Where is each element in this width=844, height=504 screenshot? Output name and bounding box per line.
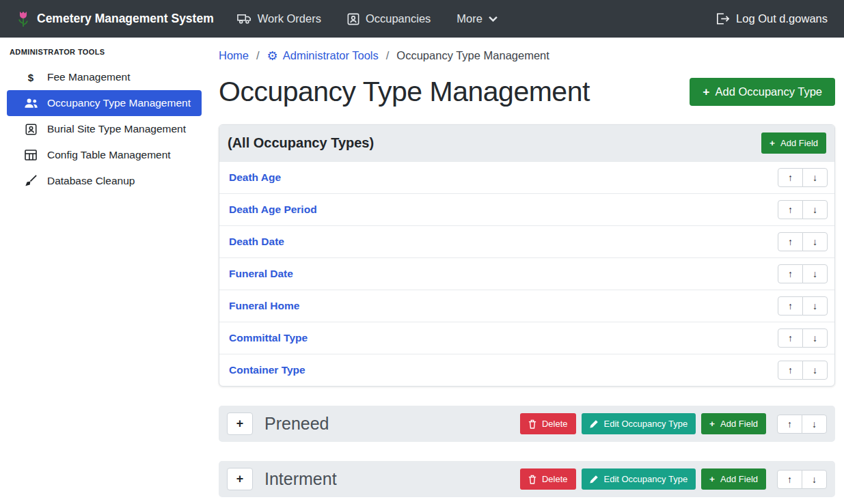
chevron-down-icon bbox=[489, 16, 498, 22]
move-down-button[interactable]: ↓ bbox=[802, 470, 827, 489]
move-down-button[interactable]: ↓ bbox=[802, 264, 828, 283]
move-down-button[interactable]: ↓ bbox=[802, 415, 827, 434]
pencil-icon bbox=[590, 419, 599, 428]
move-down-button[interactable]: ↓ bbox=[802, 296, 828, 316]
sidebar-item-fee-management[interactable]: $ Fee Management bbox=[7, 64, 202, 90]
field-link-death-age-period[interactable]: Death Age Period bbox=[229, 204, 317, 216]
logout-button[interactable]: Log Out d.gowans bbox=[716, 12, 828, 25]
move-down-button[interactable]: ↓ bbox=[802, 168, 828, 187]
reorder-group: ↑ ↓ bbox=[778, 200, 828, 219]
card-title: (All Occupancy Types) bbox=[228, 135, 374, 151]
delete-button[interactable]: Delete bbox=[520, 413, 576, 434]
page-title: Occupancy Type Management bbox=[219, 76, 590, 108]
reorder-group: ↑ ↓ bbox=[778, 296, 828, 316]
plus-icon: + bbox=[770, 139, 775, 148]
nav-item-label: More bbox=[457, 12, 482, 25]
nav-item-work-orders[interactable]: Work Orders bbox=[237, 12, 321, 25]
sidebar-item-config-table-management[interactable]: Config Table Management bbox=[7, 142, 202, 168]
sidebar-item-label: Database Cleanup bbox=[47, 175, 135, 187]
add-field-button[interactable]: + Add Field bbox=[761, 132, 826, 154]
sidebar-item-label: Occupancy Type Management bbox=[47, 97, 191, 109]
nav-item-more[interactable]: More bbox=[457, 12, 498, 25]
move-up-button[interactable]: ↑ bbox=[778, 328, 803, 348]
add-field-button[interactable]: + Add Field bbox=[701, 413, 766, 434]
move-up-button[interactable]: ↑ bbox=[777, 415, 802, 434]
main-content: Home / ⚙ Administrator Tools / Occupancy… bbox=[208, 38, 844, 504]
plus-icon: + bbox=[236, 473, 243, 486]
move-up-button[interactable]: ↑ bbox=[778, 264, 803, 283]
app-brand[interactable]: Cemetery Management System bbox=[16, 10, 214, 28]
breadcrumb-admin-tools-link[interactable]: ⚙ Administrator Tools bbox=[267, 49, 379, 62]
field-row: Committal Type ↑ ↓ bbox=[219, 322, 834, 354]
move-up-button[interactable]: ↑ bbox=[778, 296, 803, 316]
field-row: Death Date ↑ ↓ bbox=[219, 225, 834, 257]
sidebar-item-label: Fee Management bbox=[47, 71, 131, 83]
expand-section-button[interactable]: + bbox=[227, 412, 253, 435]
move-down-button[interactable]: ↓ bbox=[802, 361, 828, 380]
sidebar-item-occupancy-type-management[interactable]: Occupancy Type Management bbox=[7, 90, 202, 116]
field-link-funeral-home[interactable]: Funeral Home bbox=[229, 300, 299, 312]
add-field-button[interactable]: + Add Field bbox=[701, 468, 766, 490]
reorder-group: ↑ ↓ bbox=[777, 470, 827, 489]
reorder-group: ↑ ↓ bbox=[778, 361, 828, 380]
move-up-button[interactable]: ↑ bbox=[778, 232, 803, 251]
add-occupancy-type-label: Add Occupancy Type bbox=[715, 85, 822, 98]
plus-icon: + bbox=[703, 86, 709, 98]
down-arrow-icon: ↓ bbox=[813, 268, 817, 279]
field-row: Container Type ↑ ↓ bbox=[219, 354, 834, 386]
breadcrumb-separator: / bbox=[256, 49, 260, 62]
field-link-death-date[interactable]: Death Date bbox=[229, 236, 284, 248]
up-arrow-icon: ↑ bbox=[788, 268, 793, 279]
section-interment: + Interment Delete bbox=[219, 461, 835, 497]
move-down-button[interactable]: ↓ bbox=[802, 232, 828, 251]
edit-occupancy-type-label: Edit Occupancy Type bbox=[604, 419, 688, 429]
delete-button[interactable]: Delete bbox=[520, 468, 576, 490]
move-down-button[interactable]: ↓ bbox=[802, 328, 828, 348]
up-arrow-icon: ↑ bbox=[788, 333, 793, 344]
plus-icon: + bbox=[709, 419, 715, 429]
move-up-button[interactable]: ↑ bbox=[778, 168, 803, 187]
field-link-funeral-date[interactable]: Funeral Date bbox=[229, 268, 293, 280]
field-link-container-type[interactable]: Container Type bbox=[229, 364, 305, 376]
sidebar-item-database-cleanup[interactable]: Database Cleanup bbox=[7, 168, 202, 194]
nav-item-label: Work Orders bbox=[258, 12, 321, 25]
trash-icon bbox=[528, 419, 536, 429]
dollar-icon: $ bbox=[23, 72, 38, 83]
down-arrow-icon: ↓ bbox=[813, 172, 817, 183]
up-arrow-icon: ↑ bbox=[788, 204, 793, 215]
field-row: Death Age ↑ ↓ bbox=[219, 161, 834, 193]
add-field-label: Add Field bbox=[780, 138, 818, 148]
delete-label: Delete bbox=[542, 419, 568, 429]
truck-icon bbox=[237, 13, 251, 25]
add-occupancy-type-button[interactable]: + Add Occupancy Type bbox=[690, 78, 835, 106]
breadcrumb-home-link[interactable]: Home bbox=[219, 49, 249, 62]
up-arrow-icon: ↑ bbox=[787, 474, 792, 485]
move-down-button[interactable]: ↓ bbox=[802, 200, 828, 219]
reorder-group: ↑ ↓ bbox=[778, 264, 828, 283]
section-actions: Delete Edit Occupancy Type + Add Field ↑ bbox=[520, 468, 827, 490]
sidebar-item-burial-site-type-management[interactable]: Burial Site Type Management bbox=[7, 116, 202, 142]
edit-occupancy-type-button[interactable]: Edit Occupancy Type bbox=[582, 468, 696, 490]
field-link-committal-type[interactable]: Committal Type bbox=[229, 332, 308, 344]
move-up-button[interactable]: ↑ bbox=[778, 361, 803, 380]
nav-item-occupancies[interactable]: Occupancies bbox=[347, 12, 431, 25]
brand-title: Cemetery Management System bbox=[37, 12, 214, 26]
breadcrumb-current: Occupancy Type Management bbox=[396, 49, 549, 62]
section-preneed: + Preneed Delete bbox=[219, 406, 835, 442]
reorder-group: ↑ ↓ bbox=[777, 415, 827, 434]
field-link-death-age[interactable]: Death Age bbox=[229, 171, 281, 184]
down-arrow-icon: ↓ bbox=[813, 333, 817, 344]
delete-label: Delete bbox=[542, 474, 568, 484]
plus-icon: + bbox=[236, 418, 243, 430]
edit-occupancy-type-label: Edit Occupancy Type bbox=[604, 474, 688, 484]
field-row: Death Age Period ↑ ↓ bbox=[219, 193, 834, 225]
reorder-group: ↑ ↓ bbox=[778, 168, 828, 187]
top-navbar: Cemetery Management System Work Orders bbox=[0, 0, 844, 38]
all-occupancy-types-header: (All Occupancy Types) + Add Field bbox=[219, 125, 834, 161]
move-up-button[interactable]: ↑ bbox=[778, 200, 803, 219]
down-arrow-icon: ↓ bbox=[813, 204, 817, 215]
move-up-button[interactable]: ↑ bbox=[777, 470, 802, 489]
expand-section-button[interactable]: + bbox=[227, 468, 253, 490]
edit-occupancy-type-button[interactable]: Edit Occupancy Type bbox=[582, 413, 696, 434]
sidebar-heading: ADMINISTRATOR TOOLS bbox=[10, 48, 202, 56]
